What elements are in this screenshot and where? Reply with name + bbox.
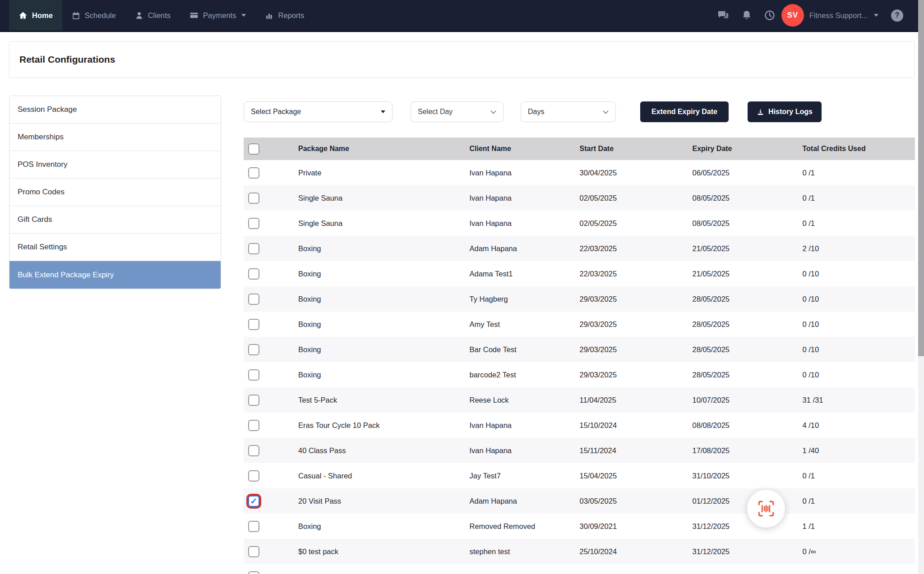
sidebar-item-pos-inventory[interactable]: POS Inventory xyxy=(9,151,221,179)
row-checkbox[interactable] xyxy=(248,546,259,557)
cell-start-date: 30/04/2025 xyxy=(579,160,692,185)
row-checkbox[interactable] xyxy=(248,268,259,280)
cell-total-credits-used: 0 /1 xyxy=(802,160,915,185)
sidebar-item-session-package[interactable]: Session Package xyxy=(9,96,221,124)
row-checkbox[interactable] xyxy=(248,369,259,381)
col-header-total-credits-used: Total Credits Used xyxy=(802,138,915,160)
avatar: SV xyxy=(781,4,804,27)
row-checkbox[interactable] xyxy=(248,344,259,355)
cell-package-name: Boxing xyxy=(297,362,468,387)
row-checkbox[interactable] xyxy=(248,243,259,254)
account-menu[interactable]: SV Fitness Support... xyxy=(781,4,878,27)
history-logs-button[interactable]: History Logs xyxy=(748,101,822,122)
select-all-checkbox[interactable] xyxy=(248,143,259,155)
table-row: Boxing Amy Test 29/03/2025 28/05/2025 0 … xyxy=(244,312,915,337)
cell-package-name: Boxing xyxy=(297,514,468,539)
table-row: ✓ 20 Visit Pass Adam Hapana 03/05/2025 0… xyxy=(244,488,915,514)
scrollbar-thumb[interactable] xyxy=(918,0,924,356)
history-logs-label: History Logs xyxy=(768,108,813,116)
table-row: Single Sauna Ivan Hapana 02/05/2025 08/0… xyxy=(244,211,915,236)
cell-start-date: 22/03/2025 xyxy=(579,261,692,286)
cell-expiry-date: 31/12/2025 xyxy=(691,514,801,539)
sidebar-item-retail-settings[interactable]: Retail Settings xyxy=(9,234,221,261)
cell-total-credits-used: 2 /10 xyxy=(802,236,915,261)
cell-client-name: barcode2 Test xyxy=(468,362,578,387)
row-checkbox[interactable] xyxy=(248,521,259,532)
select-package-dropdown[interactable]: Select Package xyxy=(244,101,393,122)
help-icon[interactable]: ? xyxy=(891,9,903,22)
row-checkbox[interactable] xyxy=(248,445,259,456)
row-checkbox[interactable]: ✓ xyxy=(248,496,259,507)
sidebar-item-gift-cards[interactable]: Gift Cards xyxy=(9,206,221,234)
caret-down-icon xyxy=(381,110,385,113)
row-checkbox[interactable] xyxy=(248,167,259,179)
nav-item-schedule[interactable]: Schedule xyxy=(62,0,125,31)
bar-chart-icon xyxy=(265,11,273,20)
days-value: Days xyxy=(528,108,544,116)
settings-sidebar: Session Package Memberships POS Inventor… xyxy=(9,96,221,289)
sidebar-item-memberships[interactable]: Memberships xyxy=(9,124,221,151)
cell-total-credits-used: 1 /40 xyxy=(802,438,915,463)
cell-expiry-date: 17/08/2025 xyxy=(691,438,801,463)
select-day-value: Select Day xyxy=(418,108,453,116)
row-checkbox[interactable] xyxy=(248,193,259,204)
cell-expiry-date: 28/05/2025 xyxy=(691,337,801,362)
row-checkbox[interactable] xyxy=(248,470,259,482)
cell-total-credits-used: 0 /10 xyxy=(802,312,915,337)
download-icon xyxy=(757,108,764,116)
cell-client-name: Ty Hagberg xyxy=(468,286,578,312)
cell-expiry-date: 28/05/2025 xyxy=(691,312,801,337)
select-day-dropdown[interactable]: Select Day xyxy=(411,101,504,122)
row-checkbox[interactable] xyxy=(248,395,259,406)
row-checkbox[interactable] xyxy=(248,294,259,305)
row-checkbox[interactable] xyxy=(248,218,259,229)
barcode-scan-button[interactable] xyxy=(747,490,785,528)
cell-package-name: Eras Tour Cycle 10 Pack xyxy=(297,413,468,438)
sidebar-item-promo-codes[interactable]: Promo Codes xyxy=(9,179,221,206)
top-navigation: Home Schedule Clients Payments Report xyxy=(0,0,924,32)
calendar-icon xyxy=(72,11,80,20)
packages-table-wrap: Package Name Client Name Start Date Expi… xyxy=(244,138,915,574)
nav-item-label: Schedule xyxy=(85,11,116,20)
cell-expiry-date: 28/05/2025 xyxy=(691,286,801,312)
col-header-package-name: Package Name xyxy=(297,138,468,160)
cell-package-name: Boxing xyxy=(297,236,468,261)
cell-client-name: Ivan Hapana xyxy=(468,438,578,463)
account-name: Fitness Support... xyxy=(809,11,868,20)
row-checkbox[interactable] xyxy=(248,571,259,574)
cell-start-date: 15/04/2025 xyxy=(579,463,692,488)
cell-expiry-date: 31/12/2025 xyxy=(691,539,801,564)
cell-total-credits-used: 4 /10 xyxy=(802,413,915,438)
clock-icon[interactable] xyxy=(764,10,775,21)
cell-start-date: 25/10/2024 xyxy=(579,539,692,564)
days-dropdown[interactable]: Days xyxy=(521,101,616,122)
nav-item-reports[interactable]: Reports xyxy=(255,0,314,31)
cell-package-name: $0 test pack xyxy=(297,539,468,564)
cell-start-date: 15/11/2024 xyxy=(579,438,692,463)
cell-expiry-date: 21/05/2025 xyxy=(691,236,801,261)
cell-expiry-date: 08/08/2025 xyxy=(691,413,801,438)
nav-item-payments[interactable]: Payments xyxy=(180,0,255,31)
cell-client-name: Ivan Hapana xyxy=(468,413,578,438)
cell-package-name: Test 5-Pack xyxy=(297,387,468,413)
cell-package-name: Boxing xyxy=(297,261,468,286)
chat-icon[interactable] xyxy=(717,10,729,21)
chevron-down-icon xyxy=(490,110,496,114)
cell-start-date: 02/05/2025 xyxy=(579,185,692,211)
cell-package-name: Single Sauna xyxy=(297,211,468,236)
cell-client-name: Adam Hapana xyxy=(468,488,578,514)
cell-expiry-date: 08/05/2025 xyxy=(691,211,801,236)
row-checkbox[interactable] xyxy=(248,319,259,330)
cell-start-date: 29/03/2025 xyxy=(579,362,692,387)
nav-item-home[interactable]: Home xyxy=(9,0,62,31)
cell-client-name: Reese Lock xyxy=(468,387,578,413)
bell-icon[interactable] xyxy=(742,10,752,21)
cell-total-credits-used: 0 /1 xyxy=(802,185,915,211)
cell-expiry-date: 06/05/2025 xyxy=(691,160,801,185)
sidebar-item-bulk-extend-package-expiry[interactable]: Bulk Extend Package Expiry xyxy=(9,261,221,289)
col-header-start-date: Start Date xyxy=(579,138,692,160)
barcode-scan-icon xyxy=(757,499,776,518)
extend-expiry-date-button[interactable]: Extend Expiry Date xyxy=(640,101,729,122)
row-checkbox[interactable] xyxy=(248,420,259,431)
nav-item-clients[interactable]: Clients xyxy=(125,0,180,31)
